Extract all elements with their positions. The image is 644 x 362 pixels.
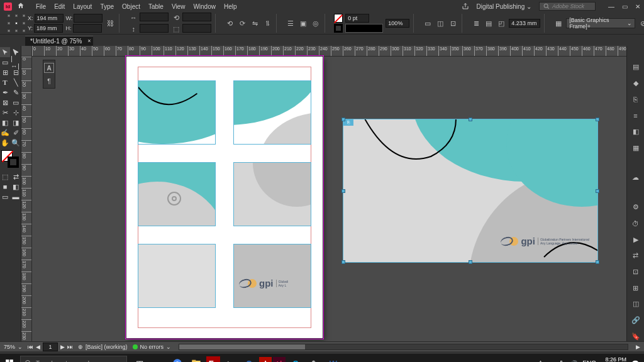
- select-content-icon[interactable]: ◎: [311, 18, 321, 28]
- x-input[interactable]: [35, 14, 64, 23]
- menu-table[interactable]: Table: [148, 3, 164, 10]
- menu-object[interactable]: Object: [122, 3, 140, 10]
- stroke-weight-input[interactable]: [345, 14, 369, 23]
- panel-hyperlinks-icon[interactable]: 🔗: [631, 315, 641, 326]
- taskbar-app-indesign[interactable]: Id: [273, 357, 286, 362]
- corner-radius-input[interactable]: [509, 19, 540, 28]
- page-number-input[interactable]: [43, 343, 58, 351]
- note-tool[interactable]: ✍: [0, 128, 10, 138]
- gradient-swatch-tool[interactable]: ◧: [0, 118, 10, 128]
- zoom-tool[interactable]: 🔍: [11, 138, 21, 148]
- cortana-icon[interactable]: ○: [150, 354, 167, 362]
- taskbar-app-filezilla[interactable]: Fz: [206, 356, 220, 362]
- taskbar-app-explorer[interactable]: [187, 354, 205, 362]
- apply-gradient-icon[interactable]: ◧: [11, 182, 21, 192]
- adobe-stock-search[interactable]: Adobe Stock: [539, 2, 596, 11]
- taskbar-app-outlook[interactable]: O: [240, 354, 258, 362]
- taskbar-clock[interactable]: 8:26 PM 3/24/2022: [601, 356, 626, 362]
- text-wrap-bounding-icon[interactable]: ▤: [484, 18, 494, 28]
- tray-volume-icon[interactable]: 🔊: [570, 360, 577, 363]
- page-nav-first-icon[interactable]: ⏮: [28, 344, 33, 350]
- tray-language[interactable]: ENG: [582, 360, 596, 363]
- fit-frame-icon[interactable]: ◫: [435, 18, 445, 28]
- view-zoom-input[interactable]: [386, 19, 409, 28]
- document-tab[interactable]: *Untitled-1 @ 75% ×: [25, 36, 93, 46]
- apply-color-icon[interactable]: ■: [0, 182, 10, 192]
- rotate-cw-icon[interactable]: ⟳: [237, 18, 247, 28]
- stroke-swatch[interactable]: [334, 24, 343, 33]
- menu-layout[interactable]: Layout: [73, 3, 92, 10]
- panel-links-icon[interactable]: ⎘: [631, 94, 641, 104]
- page-1[interactable]: ⎘: [126, 57, 323, 338]
- type-tool[interactable]: T: [0, 77, 10, 87]
- image-frame-cell[interactable]: gpi GlobaliAny L: [233, 244, 311, 308]
- menu-edit[interactable]: Edit: [54, 3, 65, 10]
- panel-bookmarks-icon[interactable]: 🔖: [631, 331, 641, 341]
- panel-layers-icon[interactable]: ◆: [631, 79, 641, 89]
- page-nav-prev-icon[interactable]: ◀: [36, 344, 40, 350]
- selection-frame[interactable]: ⎘: [343, 119, 598, 263]
- taskbar-search[interactable]: Type here to search: [20, 356, 127, 362]
- ruler-origin[interactable]: [21, 46, 32, 57]
- fill-swatch[interactable]: [334, 14, 343, 23]
- image-frame-cell[interactable]: [233, 80, 311, 145]
- tray-onedrive-icon[interactable]: ☁: [547, 360, 553, 363]
- reference-point[interactable]: [8, 14, 25, 32]
- shear-input[interactable]: [182, 24, 211, 33]
- panel-liquid-layout-icon[interactable]: ⊞: [631, 283, 641, 293]
- hand-tool[interactable]: ✋: [0, 138, 10, 148]
- free-transform-tool[interactable]: ⊹: [11, 107, 21, 118]
- image-frame-cell[interactable]: [233, 162, 311, 226]
- preflight-dropdown-icon[interactable]: ⌄: [166, 344, 171, 350]
- selection-handle[interactable]: [596, 189, 599, 193]
- content-placer-tool[interactable]: ⊟: [11, 67, 21, 77]
- panel-pages-icon[interactable]: ▤: [631, 62, 641, 72]
- arrange-icon[interactable]: ☰: [286, 18, 296, 28]
- image-frame-cell[interactable]: ⎘: [138, 80, 216, 145]
- gap-tool[interactable]: |↔|: [11, 57, 21, 67]
- taskbar-app-chrome[interactable]: [169, 354, 186, 362]
- text-wrap-icon[interactable]: ≣: [471, 18, 481, 28]
- rectangle-tool[interactable]: ▭: [11, 97, 21, 107]
- default-fill-stroke-icon[interactable]: ⬚: [0, 172, 10, 182]
- panel-page-transitions-icon[interactable]: ⇄: [631, 251, 641, 261]
- flip-h-icon[interactable]: ⇋: [250, 18, 260, 28]
- page-nav-last-icon[interactable]: ⏭: [67, 344, 73, 350]
- panel-color-icon[interactable]: ◧: [631, 127, 641, 137]
- normal-view-icon[interactable]: ▭: [0, 192, 10, 202]
- eyedropper-tool[interactable]: ✐: [11, 128, 21, 138]
- maximize-button[interactable]: ▭: [622, 3, 628, 10]
- close-button[interactable]: ✕: [635, 3, 640, 10]
- line-tool[interactable]: ╲: [11, 77, 21, 87]
- rotate-input[interactable]: [182, 13, 211, 21]
- constrain-proportions-icon[interactable]: ⛓: [105, 18, 115, 28]
- object-style-select[interactable]: [Basic Graphics Frame]+⌄: [566, 18, 635, 28]
- content-collector-tool[interactable]: ⊞: [0, 67, 10, 77]
- selection-tool[interactable]: [0, 47, 10, 57]
- page-nav-next-icon[interactable]: ▶: [60, 344, 65, 350]
- start-button[interactable]: [0, 354, 19, 362]
- scale-y-input[interactable]: [140, 24, 169, 33]
- horizontal-scrollbar[interactable]: [179, 344, 628, 350]
- tray-network-icon[interactable]: 🖧: [558, 360, 565, 363]
- app-icon[interactable]: Id: [4, 3, 12, 11]
- fill-stroke-proxy[interactable]: [1, 150, 20, 169]
- pasteboard[interactable]: ⎘: [32, 57, 626, 341]
- corner-options-icon[interactable]: ◰: [496, 18, 506, 28]
- flip-v-icon[interactable]: ⥮: [262, 18, 272, 28]
- open-indicator-icon[interactable]: ⊕: [78, 344, 83, 350]
- y-input[interactable]: [34, 24, 63, 33]
- swap-fill-stroke-icon[interactable]: ⇄: [11, 172, 21, 182]
- menu-file[interactable]: File: [36, 3, 46, 10]
- selection-handle[interactable]: [596, 260, 599, 264]
- scrollbar-thumb[interactable]: [179, 344, 305, 349]
- clear-override-icon[interactable]: ⊘: [638, 18, 644, 28]
- panel-swatches-icon[interactable]: ▦: [631, 143, 641, 153]
- panel-object-states-icon[interactable]: ◫: [631, 299, 641, 309]
- w-input[interactable]: [74, 14, 103, 23]
- preflight-profile[interactable]: [Basic] (working): [86, 344, 128, 350]
- panel-animation-icon[interactable]: ⚙: [631, 202, 641, 212]
- panel-cc-libraries-icon[interactable]: ☁: [631, 173, 641, 183]
- scissors-tool[interactable]: ✂: [0, 107, 10, 118]
- taskbar-app-acrobat[interactable]: A: [259, 357, 272, 362]
